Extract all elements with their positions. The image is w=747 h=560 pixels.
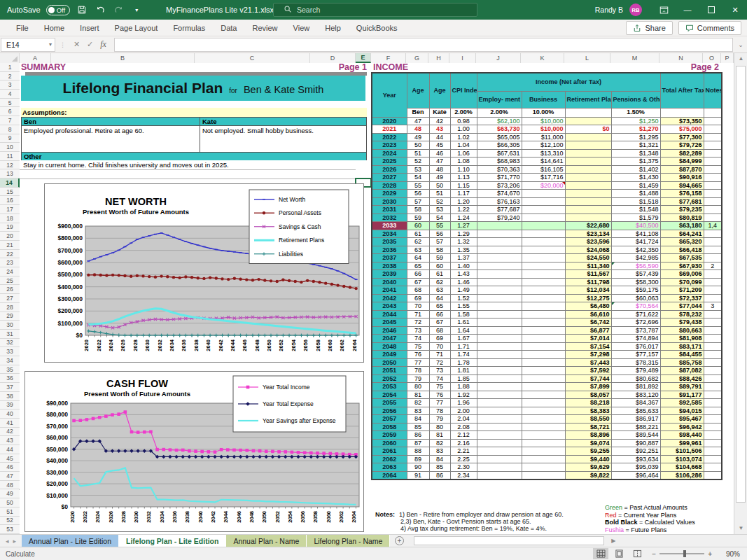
- cell-business[interactable]: $17,716: [522, 174, 565, 182]
- cell-cpi[interactable]: 1.22: [450, 206, 477, 214]
- scroll-up-icon[interactable]: ▲: [734, 53, 747, 64]
- cell-employment[interactable]: [477, 254, 522, 262]
- cell-pensions[interactable]: $74,894: [611, 335, 660, 343]
- cell-pensions[interactable]: $96,464: [611, 471, 660, 479]
- cell-year[interactable]: 2026: [372, 165, 407, 174]
- cell-cpi[interactable]: 2.04: [450, 415, 477, 424]
- cell-business[interactable]: [522, 383, 565, 391]
- cell-note[interactable]: [704, 230, 722, 238]
- cell-age-ben[interactable]: 49: [407, 133, 429, 141]
- cell-year[interactable]: 2028: [372, 181, 407, 190]
- close-button[interactable]: ✕: [723, 0, 747, 20]
- cell-note[interactable]: [704, 391, 722, 399]
- cell-business[interactable]: [522, 214, 565, 222]
- cell-cpi[interactable]: 1.61: [450, 318, 477, 327]
- ribbon-tab-page-layout[interactable]: Page Layout: [107, 20, 166, 36]
- cell-age-kate[interactable]: 86: [429, 471, 450, 479]
- ribbon-tab-data[interactable]: Data: [213, 20, 244, 36]
- cell-age-ben[interactable]: 47: [407, 117, 429, 125]
- income-row-2058[interactable]: 205885802.08$8,721$88,221$96,942: [372, 423, 722, 431]
- cell-age-kate[interactable]: 85: [429, 463, 450, 472]
- cell-year[interactable]: 2051: [372, 367, 407, 375]
- row-header-52[interactable]: 52: [0, 517, 20, 526]
- cell-employment[interactable]: [477, 270, 522, 279]
- zoom-in-icon[interactable]: +: [708, 550, 712, 558]
- cell-retirement[interactable]: [565, 158, 611, 166]
- cell-pensions[interactable]: $40,500: [611, 222, 660, 230]
- cell-total[interactable]: $94,665: [660, 181, 704, 190]
- cell-age-ben[interactable]: 65: [407, 262, 429, 270]
- cell-pensions[interactable]: $56,590: [611, 262, 660, 270]
- cell-total[interactable]: $78,232: [660, 310, 704, 318]
- column-header-O[interactable]: O: [703, 53, 721, 63]
- income-row-2062[interactable]: 206289842.25$9,440$93,634$103,074: [372, 455, 722, 463]
- cell-age-kate[interactable]: 68: [429, 326, 450, 335]
- cell-cpi[interactable]: 1.35: [450, 246, 477, 254]
- cell-business[interactable]: $13,310: [522, 149, 565, 158]
- cell-pensions[interactable]: $85,633: [611, 407, 660, 415]
- cell-year[interactable]: 2059: [372, 431, 407, 440]
- cell-note[interactable]: [704, 358, 722, 367]
- cell-year[interactable]: 2043: [372, 302, 407, 311]
- cell-year[interactable]: 2052: [372, 374, 407, 383]
- cell-employment[interactable]: [477, 463, 522, 472]
- cell-cpi[interactable]: 1.37: [450, 254, 477, 262]
- cell-note[interactable]: [704, 407, 722, 415]
- cell-note[interactable]: [704, 415, 722, 424]
- cell-total[interactable]: $64,241: [660, 230, 704, 238]
- cell-total[interactable]: $106,286: [660, 471, 704, 479]
- column-header-N[interactable]: N: [659, 53, 703, 63]
- cell-retirement[interactable]: $9,822: [565, 471, 611, 479]
- income-row-2027[interactable]: 202754491.13$71,770$17,716$1,430$90,916: [372, 174, 722, 182]
- cell-note[interactable]: [704, 270, 722, 279]
- cell-business[interactable]: [522, 230, 565, 238]
- page-layout-view-icon[interactable]: [611, 548, 627, 559]
- cell-cpi[interactable]: 1.81: [450, 367, 477, 375]
- row-header-7[interactable]: 7: [0, 116, 20, 125]
- cell-total[interactable]: $77,681: [660, 197, 704, 206]
- select-all-corner[interactable]: [0, 53, 20, 63]
- cell-age-kate[interactable]: 56: [429, 230, 450, 238]
- cell-business[interactable]: $12,100: [522, 141, 565, 150]
- cell-age-kate[interactable]: 75: [429, 383, 450, 391]
- cell-total[interactable]: $84,455: [660, 351, 704, 359]
- cell-age-kate[interactable]: 52: [429, 197, 450, 206]
- cash-flow-chart[interactable]: $0$10,000$20,000$30,000$40,000$50,000$60…: [25, 371, 364, 532]
- cell-age-ben[interactable]: 81: [407, 391, 429, 399]
- name-box[interactable]: E14 ▾: [1, 38, 55, 52]
- cell-pensions[interactable]: $1,321: [611, 141, 660, 150]
- cell-note[interactable]: [704, 125, 722, 134]
- cell-total[interactable]: $87,082: [660, 367, 704, 375]
- cell-employment[interactable]: [477, 326, 522, 335]
- cell-age-kate[interactable]: 79: [429, 415, 450, 424]
- cell-note[interactable]: [704, 326, 722, 335]
- cell-age-kate[interactable]: 83: [429, 447, 450, 456]
- cell-cpi[interactable]: 1.17: [450, 190, 477, 198]
- quick-access-more-icon[interactable]: ▾: [130, 4, 143, 16]
- cell-age-kate[interactable]: 70: [429, 342, 450, 351]
- cell-age-ben[interactable]: 83: [407, 407, 429, 415]
- cell-age-ben[interactable]: 69: [407, 294, 429, 302]
- cell-cpi[interactable]: 1.02: [450, 133, 477, 141]
- minimize-button[interactable]: —: [676, 0, 699, 20]
- cell-business[interactable]: [522, 302, 565, 311]
- cell-business[interactable]: [522, 447, 565, 456]
- other-text-cell[interactable]: Stay in current home. Child finishes uni…: [21, 160, 367, 170]
- cell-age-ben[interactable]: 71: [407, 310, 429, 318]
- row-header-1[interactable]: 1: [0, 63, 20, 72]
- cell-retirement[interactable]: $9,255: [565, 447, 611, 456]
- zoom-slider-thumb[interactable]: [683, 550, 686, 557]
- row-header-42[interactable]: 42: [0, 428, 20, 437]
- cell-note[interactable]: [704, 335, 722, 343]
- cell-note[interactable]: [704, 158, 722, 166]
- cell-employment[interactable]: [477, 399, 522, 407]
- cell-note[interactable]: [704, 254, 722, 262]
- cell-retirement[interactable]: $6,480: [565, 302, 611, 311]
- cell-note[interactable]: [704, 383, 722, 391]
- cell-total[interactable]: $101,506: [660, 447, 704, 456]
- income-row-2043[interactable]: 204370651.55$6,480$70,564$77,0443: [372, 302, 722, 311]
- column-header-D[interactable]: D: [310, 53, 356, 63]
- column-header-L[interactable]: L: [564, 53, 610, 63]
- cell-year[interactable]: 2058: [372, 423, 407, 431]
- cell-year[interactable]: 2055: [372, 399, 407, 407]
